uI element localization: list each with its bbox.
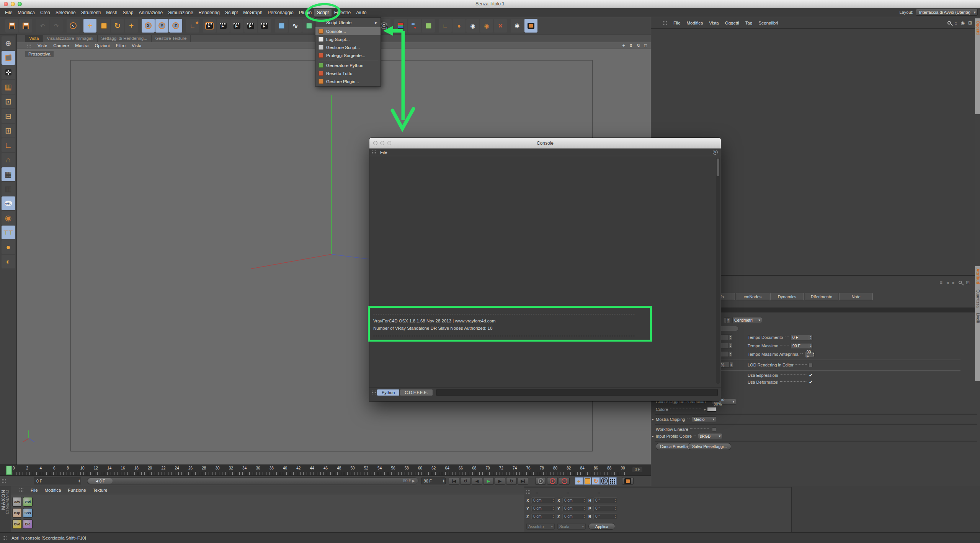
console-file-menu[interactable]: File xyxy=(380,150,387,155)
keyframe-selection-button[interactable]: ? xyxy=(559,477,570,485)
material-thumb-bld[interactable]: Bld xyxy=(23,519,33,529)
render-queue-button[interactable] xyxy=(244,19,257,33)
material-menu-funzione[interactable]: Funzione xyxy=(68,488,86,492)
history-forward-icon[interactable]: ▸ xyxy=(952,280,955,285)
home-icon[interactable]: ⌂ xyxy=(954,20,957,26)
drag-grip-icon[interactable] xyxy=(526,490,531,494)
search-icon[interactable] xyxy=(959,280,962,285)
menubar-item-strumenti[interactable]: Strumenti xyxy=(78,9,103,16)
drag-grip-icon[interactable] xyxy=(19,488,24,492)
view-rotate-icon[interactable]: ↻ xyxy=(637,43,640,48)
viewport-tab-vista[interactable]: Vista xyxy=(25,35,43,42)
lock-z-axis-button[interactable]: Z xyxy=(169,19,182,33)
coords-field-scale-x[interactable]: 0 cm▲▼ xyxy=(562,497,586,503)
usa-espressioni-check[interactable]: ✔ xyxy=(809,373,813,378)
menubar-item-selezione[interactable]: Selezione xyxy=(53,9,78,16)
motion-clip-button[interactable] xyxy=(622,477,634,485)
object-manager-menu-segnalibri[interactable]: Segnalibri xyxy=(758,21,778,25)
spline-pen-button[interactable]: ∿ xyxy=(289,19,302,33)
viewport-menu-opzioni[interactable]: Opzioni xyxy=(95,43,109,48)
menubar-item-plugin[interactable]: Plugin xyxy=(296,9,314,16)
stepper-arrows-icon[interactable]: ▲▼ xyxy=(551,506,555,511)
workplane-align-button[interactable]: ▦ xyxy=(2,182,15,196)
undo-button[interactable]: ↶ xyxy=(36,19,49,33)
goto-end-button[interactable]: ▶| xyxy=(518,477,528,485)
lock-x-axis-button[interactable]: X xyxy=(142,19,155,33)
current-frame-stepper[interactable]: 0 F ▲▼ xyxy=(34,478,81,484)
unit-dropdown[interactable]: Centimetri xyxy=(732,317,762,323)
console-tab-python[interactable]: Python xyxy=(377,389,399,396)
scale-mode-dropdown[interactable]: Scala xyxy=(557,523,586,530)
stepper-arrows-icon[interactable]: ▲▼ xyxy=(582,498,586,503)
stepper-arrows-icon[interactable]: ▲▼ xyxy=(809,343,812,348)
collapse-arrow-icon[interactable]: ▸ xyxy=(652,434,654,438)
menubar-item-mograph[interactable]: MoGraph xyxy=(240,9,265,16)
menu-item-console[interactable]: Console... xyxy=(315,27,381,35)
quick-shading-button[interactable]: ◐ xyxy=(2,255,15,268)
close-panel-icon[interactable]: × xyxy=(713,150,718,155)
view-pan-icon[interactable]: + xyxy=(622,43,625,48)
save-incremental-button[interactable] xyxy=(19,19,32,33)
texture-mode-button[interactable] xyxy=(2,65,15,79)
axis-mode-button[interactable]: ∟ xyxy=(2,138,15,152)
last-tool-used[interactable]: + xyxy=(125,19,138,33)
workplane-lock-button[interactable]: ▦ xyxy=(2,167,15,181)
menu-item-gestione-script[interactable]: Gestione Script... xyxy=(315,43,381,51)
stepper-arrows-icon[interactable]: ▲▼ xyxy=(809,335,812,340)
attribute-tab-note[interactable]: Note xyxy=(839,293,873,300)
tempo-massimo-anteprima-stepper[interactable]: 90 F▲▼ xyxy=(805,352,815,357)
enhanced-opengl-button[interactable]: eGL xyxy=(2,196,15,210)
layout-dropdown[interactable]: Interfaccia di Avvio (Utente) xyxy=(916,9,978,16)
previous-key-button[interactable]: ↺ xyxy=(460,477,471,485)
lock-y-axis-button[interactable]: Y xyxy=(155,19,168,33)
lock-panel-icon[interactable]: ⊞ xyxy=(966,280,970,285)
view-zoom-icon[interactable]: ⇕ xyxy=(629,43,633,48)
expand-arrow-icon[interactable]: ▸ xyxy=(704,407,706,411)
object-manager-menu-tag[interactable]: Tag xyxy=(745,21,753,25)
key-position-button[interactable]: + xyxy=(575,477,583,485)
material-thumb-2sd[interactable]: 2Sd xyxy=(23,497,33,507)
key-point-level-button[interactable] xyxy=(609,477,617,485)
menubar-item-sculpt[interactable]: Sculpt xyxy=(222,9,240,16)
coords-field-rotation-h[interactable]: 0 °▲▼ xyxy=(593,497,617,503)
mode-menu-icon[interactable]: ≡ xyxy=(940,280,942,285)
last-used-tools[interactable]: ⊕ xyxy=(2,36,15,50)
mostra-clipping-dropdown[interactable]: Medio xyxy=(692,416,716,422)
material-menu-modifica[interactable]: Modifica xyxy=(45,488,61,492)
material-thumb-dsp[interactable]: Dsp xyxy=(12,508,22,518)
console-window[interactable]: Console File × -------------------------… xyxy=(369,138,721,401)
side-tab-oggetti[interactable]: Oggetti xyxy=(976,21,980,35)
polygons-mode-button[interactable]: ⊞ xyxy=(2,124,15,137)
mocap-joint-orange-button[interactable]: ◉ xyxy=(480,19,493,33)
stepper-arrows-icon[interactable]: ▲▼ xyxy=(442,478,445,484)
isoline-editing-button[interactable]: ◉ xyxy=(2,211,15,225)
stepper-arrows-icon[interactable]: ▲▼ xyxy=(728,343,732,348)
drag-grip-icon[interactable] xyxy=(27,43,31,48)
menubar-item-simulazione[interactable]: Simulazione xyxy=(165,9,196,16)
mocap-joint-white-button[interactable]: ◉ xyxy=(466,19,479,33)
workflow-lineare-checkbox[interactable] xyxy=(712,427,716,432)
goto-start-button[interactable]: |◀ xyxy=(449,477,459,485)
input-profilo-colore-dropdown[interactable]: sRGB xyxy=(698,433,722,439)
camera-window-button[interactable] xyxy=(524,19,537,33)
side-tab-quantizza[interactable]: Quantizza xyxy=(976,289,980,307)
key-scale-button[interactable] xyxy=(583,477,591,485)
stepper-arrows-icon[interactable]: ▲▼ xyxy=(551,498,555,503)
coords-field-position-x[interactable]: 0 cm▲▼ xyxy=(531,497,555,503)
viewport-menu-viste[interactable]: Viste xyxy=(38,43,47,48)
menubar-item-script[interactable]: Script xyxy=(314,9,332,16)
render-team-button[interactable] xyxy=(258,19,271,33)
object-manager-menu-oggetti[interactable]: Oggetti xyxy=(725,21,739,25)
side-tab-livelli[interactable]: Livelli xyxy=(976,313,980,323)
stepper-arrows-icon[interactable]: ▲▼ xyxy=(77,478,81,484)
viewport-tab-visualizzatore-immagini[interactable]: Visualizzatore Immagini xyxy=(43,35,97,42)
previous-frame-button[interactable]: ◀ xyxy=(472,477,482,485)
menubar-item-snap[interactable]: Snap xyxy=(120,9,136,16)
viewport-menu-mostra[interactable]: Mostra xyxy=(75,43,88,48)
minimize-window-icon[interactable] xyxy=(380,141,384,145)
next-key-button[interactable]: ↻ xyxy=(506,477,517,485)
coords-field-rotation-b[interactable]: 0 °▲▼ xyxy=(593,514,617,519)
next-frame-button[interactable]: ▶ xyxy=(495,477,505,485)
attribute-tab-cmnodes[interactable]: cmNodes xyxy=(736,293,769,300)
scale-tool[interactable] xyxy=(97,19,110,33)
